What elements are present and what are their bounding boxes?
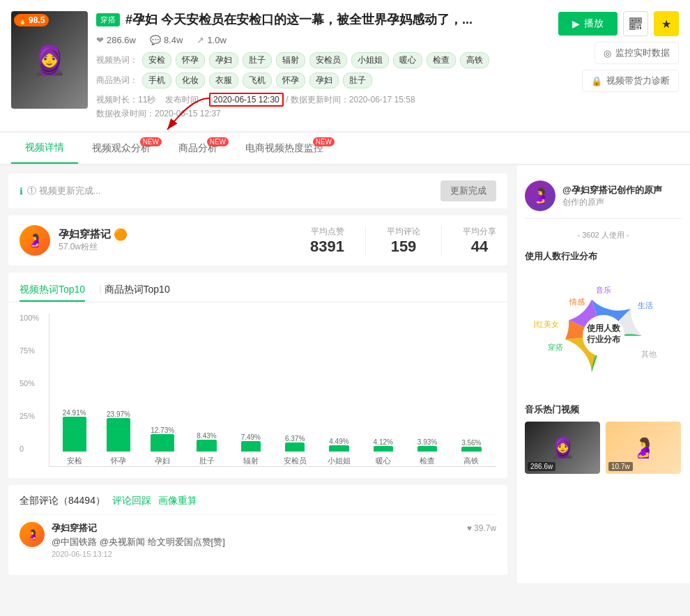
donut-center-line2: 行业分布 <box>586 334 621 344</box>
score-badge: 98.5 <box>14 14 49 26</box>
hot-videos-row: 🧕 286.6w 🤰 10.7w <box>525 422 682 474</box>
bar-rect-6 <box>329 445 348 452</box>
pkw-tag-0[interactable]: 手机 <box>142 72 171 88</box>
bar-pct-0: 24.91% <box>63 409 86 417</box>
comment-avatar-0: 🤰 <box>20 522 45 547</box>
tab-audience-new: NEW <box>140 137 162 146</box>
bar-rect-1 <box>107 418 130 452</box>
pkw-tag-4[interactable]: 怀孕 <box>276 72 305 88</box>
svg-rect-1 <box>631 20 634 22</box>
video-keywords-label: 视频热词： <box>96 54 138 66</box>
avg-comments-block: 平均评论 159 <box>387 226 420 256</box>
y-label-25: 25% <box>20 412 45 420</box>
donut-chart: 音乐 情感 网红美女 穿搭 生活 其他 使用人数 行业分布 <box>534 270 673 395</box>
bar-rect-4 <box>241 441 261 452</box>
tab-audience[interactable]: 视频观众分析 NEW <box>78 133 164 164</box>
comment-time-0: 2020-06-15 13:12 <box>52 550 496 558</box>
monitor-button[interactable]: ◎ 监控实时数据 <box>595 42 679 64</box>
author-name-row: 孕妇穿搭记 🟠 <box>59 228 128 241</box>
hw-tab-product-label: 商品热词Top10 <box>105 284 170 295</box>
kw-tag-1[interactable]: 怀孕 <box>176 52 205 68</box>
industry-title: 使用人数行业分布 <box>525 250 682 263</box>
like-heart-icon: ♥ <box>467 523 472 533</box>
y-label-100: 100% <box>20 314 45 322</box>
bar-pct-9: 3.56% <box>461 439 481 447</box>
product-keywords-row: 商品热词： 手机 化妆 衣服 飞机 怀孕 孕妇 肚子 <box>96 72 550 88</box>
page-container: 🧕 98.5 穿搭 #孕妇 今天安检员在安检口的这一幕，被全世界孕妈感动了，..… <box>0 0 690 583</box>
pkw-tag-6[interactable]: 肚子 <box>343 72 372 88</box>
author-stats: 平均点赞 8391 平均评论 159 平均分享 44 <box>310 226 496 256</box>
comments-link-1[interactable]: 评论回踩 <box>112 495 151 506</box>
update-text: ℹ ① 视频更新完成... <box>20 185 100 197</box>
kw-tag-2[interactable]: 孕妇 <box>209 52 238 68</box>
tab-product[interactable]: 商品分析 NEW <box>164 133 231 164</box>
likes-stat: ❤ 286.6w <box>96 35 136 45</box>
kw-tag-4[interactable]: 辐射 <box>276 52 305 68</box>
hot-video-thumb-0[interactable]: 🧕 286.6w <box>525 422 600 474</box>
comment-meta-0: 孕妇穿搭记 ♥ 39.7w <box>52 522 496 534</box>
kw-tag-8[interactable]: 检查 <box>427 52 456 68</box>
tabs-bar: 视频详情 视频观众分析 NEW 商品分析 NEW 电商视频热度监控 NEW <box>0 133 690 165</box>
chart-wrapper: 100% 75% 50% 25% 0 24.91%安检23.97%怀孕12.73… <box>20 314 496 467</box>
bar-rect-8 <box>417 446 437 452</box>
bar-wrapper-9: 3.56% <box>461 439 481 452</box>
shares-stat: ↗ 1.0w <box>197 35 226 45</box>
bar-group-8: 3.93%检查 <box>406 438 447 466</box>
svg-rect-5 <box>631 26 634 29</box>
right-panel: 🤰 @孕妇穿搭记创作的原声 创作的原声 - 3602 人使用 - 使用人数行业分… <box>516 165 690 583</box>
star-button[interactable]: ★ <box>654 11 679 36</box>
original-sound: 🤰 @孕妇穿搭记创作的原声 创作的原声 <box>525 174 682 219</box>
video-title: #孕妇 今天安检员在安检口的这一幕，被全世界孕妈感动了，... <box>125 11 473 28</box>
sound-users: - 3602 人使用 - <box>525 227 682 240</box>
hw-tab-video[interactable]: 视频热词Top10 <box>20 279 85 302</box>
bar-label-4: 辐射 <box>243 456 259 466</box>
hw-tab-video-label: 视频热词Top10 <box>20 284 85 295</box>
kw-tag-5[interactable]: 安检员 <box>309 52 347 68</box>
play-button[interactable]: ▶ 播放 <box>558 12 618 36</box>
update-complete-button[interactable]: 更新完成 <box>440 180 496 201</box>
bar-wrapper-6: 4.49% <box>329 438 348 452</box>
comment-like-0: ♥ 39.7w <box>467 523 496 533</box>
sound-sub: 创作的原声 <box>562 197 682 208</box>
diagnose-button[interactable]: 🔒 视频带货力诊断 <box>582 70 679 92</box>
pkw-tag-2[interactable]: 衣服 <box>209 72 238 88</box>
donut-label-emotion: 情感 <box>569 298 585 306</box>
bar-pct-7: 4.12% <box>374 438 393 446</box>
qr-button[interactable] <box>623 11 648 36</box>
pkw-tag-3[interactable]: 飞机 <box>243 72 272 88</box>
donut-label-other: 其他 <box>641 350 657 358</box>
bar-pct-4: 7.49% <box>241 433 261 441</box>
kw-tag-7[interactable]: 暖心 <box>393 52 422 68</box>
heart-icon: ❤ <box>96 35 104 45</box>
bar-group-3: 8.43%肚子 <box>186 432 227 466</box>
bar-wrapper-3: 8.43% <box>197 432 216 452</box>
video-keywords-row: 视频热词： 安检 怀孕 孕妇 肚子 辐射 安检员 小姐姐 暖心 检查 高铁 <box>96 52 550 68</box>
pkw-tag-1[interactable]: 化妆 <box>176 72 205 88</box>
comments-link-2[interactable]: 画像重算 <box>158 495 197 506</box>
svg-rect-7 <box>638 24 641 26</box>
hot-words-tabs: 视频热词Top10 | 商品热词Top10 <box>8 272 507 302</box>
play-icon: ▶ <box>572 18 580 29</box>
kw-tag-3[interactable]: 肚子 <box>243 52 272 68</box>
pkw-tag-5[interactable]: 孕妇 <box>309 72 339 88</box>
tab-video-detail[interactable]: 视频详情 <box>11 133 78 164</box>
comments-value: 8.4w <box>164 35 183 45</box>
kw-tag-6[interactable]: 小姐姐 <box>351 52 389 68</box>
bar-wrapper-8: 3.93% <box>417 438 437 452</box>
hw-tab-product[interactable]: 商品热词Top10 <box>105 279 170 302</box>
play-label: 播放 <box>584 17 604 30</box>
avg-comments-label: 平均评论 <box>387 226 420 238</box>
diagnose-label: 视频带货力诊断 <box>606 75 670 87</box>
hot-video-thumb-1[interactable]: 🤰 10.7w <box>606 422 681 474</box>
comments-card: 全部评论（84494） 评论回踩 画像重算 🤰 孕妇穿搭记 ♥ 39.7w <box>8 485 507 575</box>
stat-divider-2 <box>441 226 442 256</box>
kw-tag-9[interactable]: 高铁 <box>460 52 489 68</box>
video-info: 穿搭 #孕妇 今天安检员在安检口的这一幕，被全世界孕妈感动了，... ❤ 286… <box>96 11 550 120</box>
donut-label-chuanda: 穿搭 <box>548 343 563 351</box>
bar-pct-1: 23.97% <box>107 410 130 418</box>
kw-tag-0[interactable]: 安检 <box>142 52 171 68</box>
sound-avatar: 🤰 <box>525 180 555 211</box>
comment-author-0: 孕妇穿搭记 <box>52 522 97 534</box>
tab-ecommerce[interactable]: 电商视频热度监控 NEW <box>231 133 337 164</box>
hot-video-figure-0: 🧕 <box>551 436 575 459</box>
